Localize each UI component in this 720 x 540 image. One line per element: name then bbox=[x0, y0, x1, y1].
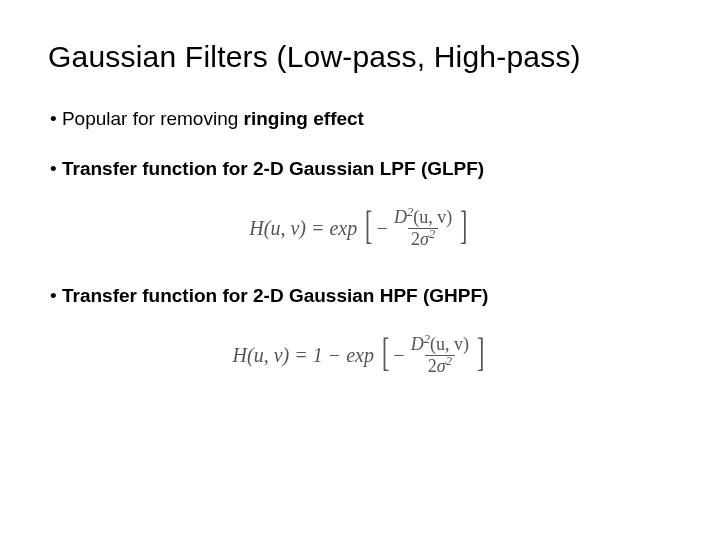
denominator: 2σ2 bbox=[408, 228, 438, 249]
slide-title: Gaussian Filters (Low-pass, High-pass) bbox=[48, 40, 672, 74]
eq-sym: σ bbox=[420, 229, 429, 249]
fraction: D2(u, v) 2σ2 bbox=[408, 335, 472, 376]
eq-sym: 2 bbox=[411, 229, 420, 249]
eq-sym: D bbox=[411, 334, 424, 354]
eq-sym: 2 bbox=[428, 356, 437, 376]
numerator: D2(u, v) bbox=[391, 208, 455, 228]
equation: H(u, v) = exp [ − D2(u, v) 2σ2 ] bbox=[249, 208, 470, 249]
eq-minus: − bbox=[392, 344, 406, 367]
denominator: 2σ2 bbox=[425, 355, 455, 376]
formula-lpf: H(u, v) = exp [ − D2(u, v) 2σ2 ] bbox=[48, 208, 672, 249]
eq-args: (u, v) bbox=[413, 207, 452, 227]
bullet-bold: Transfer function for 2-D Gaussian HPF (… bbox=[62, 285, 489, 306]
slide: Gaussian Filters (Low-pass, High-pass) •… bbox=[0, 0, 720, 540]
bullet-lpf: • Transfer function for 2-D Gaussian LPF… bbox=[50, 158, 672, 180]
eq-sup: 2 bbox=[446, 354, 452, 368]
bullet-marker: • bbox=[50, 285, 62, 306]
numerator: D2(u, v) bbox=[408, 335, 472, 355]
eq-lhs: H(u, v) = exp bbox=[249, 217, 357, 240]
eq-args: (u, v) bbox=[430, 334, 469, 354]
bullet-ringing: • Popular for removing ringing effect bbox=[50, 108, 672, 130]
fraction: D2(u, v) 2σ2 bbox=[391, 208, 455, 249]
eq-sup: 2 bbox=[429, 227, 435, 241]
bullet-marker: • bbox=[50, 158, 62, 179]
eq-sym: D bbox=[394, 207, 407, 227]
bullet-hpf: • Transfer function for 2-D Gaussian HPF… bbox=[50, 285, 672, 307]
eq-lhs: H(u, v) = 1 − exp bbox=[233, 344, 374, 367]
bullet-text: • Popular for removing bbox=[50, 108, 244, 129]
equation: H(u, v) = 1 − exp [ − D2(u, v) 2σ2 ] bbox=[233, 335, 488, 376]
eq-sym: σ bbox=[437, 356, 446, 376]
formula-hpf: H(u, v) = 1 − exp [ − D2(u, v) 2σ2 ] bbox=[48, 335, 672, 376]
bullet-bold: ringing effect bbox=[244, 108, 364, 129]
bullet-bold: Transfer function for 2-D Gaussian LPF (… bbox=[62, 158, 484, 179]
eq-minus: − bbox=[376, 217, 390, 240]
